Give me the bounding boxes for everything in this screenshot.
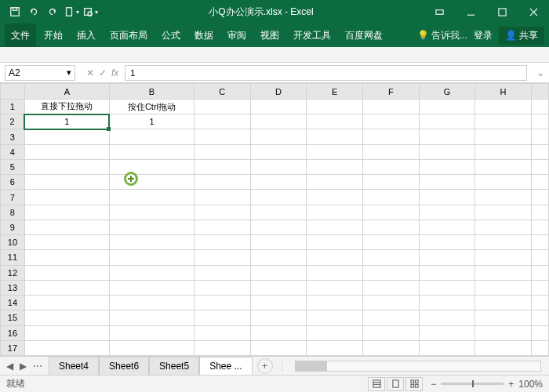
cell[interactable] bbox=[475, 296, 532, 310]
cell[interactable] bbox=[250, 280, 307, 295]
tab-developer[interactable]: 开发工具 bbox=[287, 24, 337, 47]
cell[interactable] bbox=[307, 325, 363, 340]
view-page-layout-icon[interactable] bbox=[387, 377, 404, 391]
cell[interactable] bbox=[475, 190, 532, 205]
cell[interactable] bbox=[250, 114, 307, 129]
fx-icon[interactable]: fx bbox=[111, 67, 118, 78]
cell[interactable] bbox=[194, 144, 250, 159]
cell[interactable] bbox=[362, 114, 419, 129]
cell[interactable] bbox=[362, 159, 419, 174]
tab-review[interactable]: 审阅 bbox=[221, 24, 253, 47]
cell[interactable] bbox=[475, 114, 532, 129]
row-header[interactable]: 3 bbox=[1, 129, 25, 144]
cell[interactable] bbox=[250, 220, 307, 234]
spreadsheet-grid[interactable]: ABCDEFGH1直接下拉拖动按住Ctrl拖动21134567891011121… bbox=[0, 83, 549, 356]
cell[interactable] bbox=[362, 100, 419, 114]
cell[interactable] bbox=[307, 205, 363, 220]
cell[interactable] bbox=[109, 310, 194, 325]
redo-icon[interactable] bbox=[44, 3, 61, 20]
sheet-tab-active[interactable]: Shee ... bbox=[199, 357, 252, 375]
cell[interactable] bbox=[362, 280, 419, 295]
cell[interactable] bbox=[194, 190, 250, 205]
cell[interactable] bbox=[419, 250, 475, 265]
cell[interactable] bbox=[24, 310, 109, 325]
cell[interactable] bbox=[24, 250, 109, 265]
cell[interactable] bbox=[250, 175, 307, 190]
minimize-icon[interactable] bbox=[455, 0, 486, 24]
row-header[interactable]: 1 bbox=[1, 100, 25, 114]
cell[interactable] bbox=[250, 265, 307, 280]
cell[interactable] bbox=[362, 235, 419, 250]
cell[interactable] bbox=[307, 235, 363, 250]
cell[interactable] bbox=[307, 250, 363, 265]
login-link[interactable]: 登录 bbox=[474, 29, 493, 42]
row-header[interactable]: 2 bbox=[1, 114, 25, 129]
cell[interactable] bbox=[250, 100, 307, 114]
sheet-nav-prev-icon[interactable]: ◀ bbox=[6, 361, 13, 372]
tab-view[interactable]: 视图 bbox=[254, 24, 285, 47]
zoom-level[interactable]: 100% bbox=[518, 379, 543, 390]
cell[interactable] bbox=[362, 220, 419, 234]
cell[interactable] bbox=[109, 235, 194, 250]
column-header[interactable]: G bbox=[419, 84, 475, 100]
cell[interactable] bbox=[419, 100, 475, 114]
cell[interactable]: 1 bbox=[24, 114, 109, 129]
cell[interactable] bbox=[250, 296, 307, 310]
column-header[interactable]: D bbox=[250, 84, 307, 100]
column-header[interactable]: H bbox=[475, 84, 532, 100]
cell[interactable] bbox=[307, 144, 363, 159]
add-sheet-icon[interactable]: + bbox=[257, 358, 273, 374]
cell[interactable] bbox=[250, 190, 307, 205]
cell[interactable] bbox=[362, 144, 419, 159]
cell[interactable] bbox=[475, 100, 532, 114]
cell[interactable] bbox=[475, 220, 532, 234]
cell[interactable] bbox=[307, 100, 363, 114]
row-header[interactable]: 6 bbox=[1, 175, 25, 190]
cell[interactable] bbox=[419, 265, 475, 280]
enter-formula-icon[interactable]: ✓ bbox=[99, 67, 107, 78]
tab-formulas[interactable]: 公式 bbox=[155, 24, 187, 47]
cell[interactable] bbox=[475, 280, 532, 295]
cell[interactable] bbox=[475, 265, 532, 280]
print-preview-icon[interactable]: ▾ bbox=[82, 3, 99, 20]
cell[interactable] bbox=[194, 310, 250, 325]
cell[interactable] bbox=[362, 250, 419, 265]
cell[interactable] bbox=[24, 129, 109, 144]
cell[interactable] bbox=[307, 114, 363, 129]
expand-formula-icon[interactable]: ⌄ bbox=[532, 67, 549, 78]
cell[interactable] bbox=[109, 296, 194, 310]
cell[interactable] bbox=[475, 129, 532, 144]
cell[interactable] bbox=[24, 280, 109, 295]
cell[interactable] bbox=[475, 205, 532, 220]
zoom-out-icon[interactable]: − bbox=[431, 379, 436, 390]
cell[interactable] bbox=[307, 159, 363, 174]
cell[interactable] bbox=[194, 129, 250, 144]
ribbon-options-icon[interactable] bbox=[424, 0, 455, 24]
cell[interactable] bbox=[362, 296, 419, 310]
zoom-slider[interactable] bbox=[441, 383, 504, 385]
row-header[interactable]: 15 bbox=[1, 310, 25, 325]
cell[interactable] bbox=[475, 250, 532, 265]
cell[interactable] bbox=[24, 340, 109, 355]
cell[interactable]: 按住Ctrl拖动 bbox=[109, 100, 194, 114]
cell[interactable]: 1 bbox=[109, 114, 194, 129]
tab-baidu[interactable]: 百度网盘 bbox=[339, 24, 389, 47]
horizontal-scrollbar[interactable] bbox=[295, 361, 541, 372]
formula-input[interactable]: 1 bbox=[125, 65, 527, 81]
cell[interactable] bbox=[419, 190, 475, 205]
cell[interactable] bbox=[194, 235, 250, 250]
row-header[interactable]: 11 bbox=[1, 250, 25, 265]
tab-insert[interactable]: 插入 bbox=[71, 24, 102, 47]
cell[interactable] bbox=[24, 296, 109, 310]
cell[interactable] bbox=[419, 144, 475, 159]
cell[interactable] bbox=[24, 235, 109, 250]
cell[interactable] bbox=[362, 265, 419, 280]
cell[interactable] bbox=[307, 129, 363, 144]
row-header[interactable]: 17 bbox=[1, 340, 25, 355]
cell[interactable] bbox=[475, 235, 532, 250]
cell[interactable] bbox=[362, 175, 419, 190]
new-icon[interactable]: ▾ bbox=[63, 3, 80, 20]
cell[interactable] bbox=[475, 159, 532, 174]
cell[interactable] bbox=[419, 129, 475, 144]
cell[interactable] bbox=[307, 175, 363, 190]
